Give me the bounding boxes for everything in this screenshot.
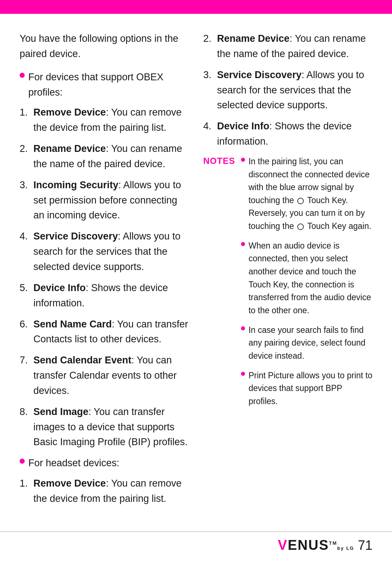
bold-term-7: Send Calendar Event (33, 355, 131, 366)
obex-bullet-text: For devices that support OBEX profiles: (28, 70, 189, 100)
list-item-4: 4. Service Discovery: Allows you to sear… (20, 229, 189, 275)
list-content-3: Incoming Security: Allows you to set per… (33, 178, 189, 223)
bullet-dot-icon (20, 73, 25, 78)
list-num-6: 6. (20, 317, 33, 332)
note-item-4: Print Picture allows you to print to dev… (241, 369, 372, 408)
list-content-2: Rename Device: You can rename the name o… (33, 141, 189, 172)
notes-label: NOTES (203, 155, 235, 415)
headset-list-content-1: Remove Device: You can remove the device… (33, 476, 189, 507)
headset-list-num-1: 1. (20, 476, 33, 491)
right-bold-term-4: Device Info (217, 121, 269, 132)
notes-bullet-list: In the pairing list, you can disconnect … (241, 155, 372, 408)
list-content-6: Send Name Card: You can transfer Contact… (33, 317, 189, 347)
headset-ordered-list: 1. Remove Device: You can remove the dev… (20, 476, 189, 507)
note-text-3: In case your search fails to find any pa… (249, 324, 372, 363)
note-text-1: In the pairing list, you can disconnect … (249, 155, 372, 233)
intro-text: You have the following options in the pa… (20, 31, 189, 62)
list-content-7: Send Calendar Event: You can transfer Ca… (33, 353, 189, 399)
list-num-5: 5. (20, 281, 33, 296)
headset-bullet-text: For headset devices: (28, 456, 119, 471)
list-item-3: 3. Incoming Security: Allows you to set … (20, 178, 189, 223)
right-list-item-3: 3. Service Discovery: Allows you to sear… (203, 68, 372, 113)
bold-term-4: Service Discovery (33, 231, 118, 242)
list-item-7: 7. Send Calendar Event: You can transfer… (20, 353, 189, 399)
list-num-3: 3. (20, 178, 33, 193)
bold-term-5: Device Info (33, 282, 86, 293)
touch-key-icon-1 (297, 198, 304, 204)
right-list-num-3: 3. (203, 68, 217, 83)
note-bullet-dot-3 (241, 326, 245, 330)
note-item-2: When an audio device is connected, then … (241, 239, 372, 317)
list-item-5: 5. Device Info: Shows the device informa… (20, 281, 189, 311)
right-list-content-3: Service Discovery: Allows you to search … (217, 68, 372, 113)
list-num-1: 1. (20, 105, 33, 120)
bold-term-3: Incoming Security (33, 180, 118, 190)
list-num-4: 4. (20, 229, 33, 244)
venus-v: V (278, 537, 287, 553)
obex-bullet-list: For devices that support OBEX profiles: (20, 70, 189, 100)
right-list-item-4: 4. Device Info: Shows the device informa… (203, 119, 372, 149)
headset-bullet-item: For headset devices: (20, 456, 189, 471)
top-bar (0, 0, 392, 14)
note-text-2: When an audio device is connected, then … (249, 239, 372, 317)
list-item-1: 1. Remove Device: You can remove the dev… (20, 105, 189, 136)
touch-key-icon-2 (297, 223, 304, 230)
list-num-8: 8. (20, 404, 33, 420)
right-list-content-2: Rename Device: You can rename the name o… (217, 31, 372, 62)
right-list-item-2: 2. Rename Device: You can rename the nam… (203, 31, 372, 62)
bullet-dot-icon-2 (20, 459, 25, 464)
right-list-content-4: Device Info: Shows the device informatio… (217, 119, 372, 149)
venus-logo: VENUSTMby LG (278, 537, 354, 553)
list-item-2: 2. Rename Device: You can rename the nam… (20, 141, 189, 172)
footer: VENUSTMby LG 71 (278, 537, 372, 553)
headset-bullet-list: For headset devices: (20, 456, 189, 471)
right-bold-term-2: Rename Device (217, 33, 290, 44)
bold-term-1: Remove Device (33, 107, 106, 118)
list-content-4: Service Discovery: Allows you to search … (33, 229, 189, 275)
obex-ordered-list: 1. Remove Device: You can remove the dev… (20, 105, 189, 450)
headset-list-item-1: 1. Remove Device: You can remove the dev… (20, 476, 189, 507)
note-bullet-dot-4 (241, 372, 245, 376)
list-num-7: 7. (20, 353, 33, 368)
venus-tm: TM (329, 540, 337, 546)
bold-term-6: Send Name Card (33, 319, 112, 330)
left-column: You have the following options in the pa… (20, 31, 189, 512)
note-item-3: In case your search fails to find any pa… (241, 324, 372, 363)
note-text-4: Print Picture allows you to print to dev… (249, 369, 372, 408)
right-list-num-4: 4. (203, 119, 217, 134)
bold-term-2: Rename Device (33, 143, 106, 154)
list-content-1: Remove Device: You can remove the device… (33, 105, 189, 136)
right-column: 2. Rename Device: You can rename the nam… (203, 31, 372, 512)
venus-bylg: by LG (337, 545, 354, 551)
page-number: 71 (358, 538, 372, 553)
bold-term-8: Send Image (33, 406, 89, 417)
right-ordered-list: 2. Rename Device: You can rename the nam… (203, 31, 372, 149)
list-content-8: Send Image: You can transfer images to a… (33, 404, 189, 450)
main-content: You have the following options in the pa… (0, 14, 392, 530)
note-item-1: In the pairing list, you can disconnect … (241, 155, 372, 233)
obex-bullet-item: For devices that support OBEX profiles: (20, 70, 189, 100)
headset-bold-term-1: Remove Device (33, 478, 106, 489)
notes-content: In the pairing list, you can disconnect … (241, 155, 372, 415)
notes-section: NOTES In the pairing list, you can disco… (203, 155, 372, 415)
right-bold-term-3: Service Discovery (217, 69, 302, 80)
list-num-2: 2. (20, 141, 33, 157)
right-list-num-2: 2. (203, 31, 217, 47)
note-bullet-dot-2 (241, 242, 245, 246)
note-bullet-dot-1 (241, 158, 245, 162)
list-content-5: Device Info: Shows the device informatio… (33, 281, 189, 311)
list-item-8: 8. Send Image: You can transfer images t… (20, 404, 189, 450)
list-item-6: 6. Send Name Card: You can transfer Cont… (20, 317, 189, 347)
bottom-divider (0, 531, 392, 532)
venus-enus: ENUS (288, 537, 329, 553)
